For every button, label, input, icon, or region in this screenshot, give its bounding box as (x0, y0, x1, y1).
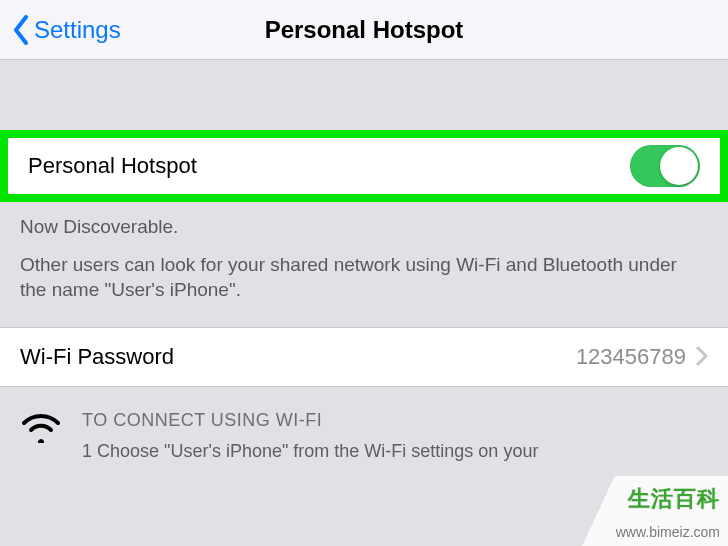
toggle-knob (660, 147, 698, 185)
watermark: 生活百科 www.bimeiz.com (558, 476, 728, 546)
back-button[interactable]: Settings (0, 15, 121, 45)
discoverable-line1: Now Discoverable. (0, 202, 728, 240)
watermark-brand: 生活百科 (628, 484, 720, 514)
wifi-icon (20, 411, 62, 447)
highlight-box: Personal Hotspot (0, 130, 728, 202)
hotspot-label: Personal Hotspot (28, 153, 630, 179)
chevron-left-icon (12, 15, 30, 45)
hotspot-toggle-row[interactable]: Personal Hotspot (8, 138, 720, 194)
connect-instructions: TO CONNECT USING WI-FI 1 Choose "User's … (0, 387, 728, 465)
hotspot-toggle[interactable] (630, 145, 700, 187)
instructions-header: TO CONNECT USING WI-FI (82, 407, 708, 434)
discoverable-line2: Other users can look for your shared net… (0, 240, 728, 303)
back-label: Settings (34, 16, 121, 44)
wifi-password-row[interactable]: Wi-Fi Password 123456789 (0, 327, 728, 387)
watermark-url: www.bimeiz.com (616, 524, 720, 540)
wifi-password-value: 123456789 (576, 344, 686, 370)
navbar: Settings Personal Hotspot (0, 0, 728, 60)
chevron-right-icon (696, 344, 708, 370)
discoverable-footer: Now Discoverable. Other users can look f… (0, 202, 728, 327)
instructions-step-1: 1 Choose "User's iPhone" from the Wi-Fi … (82, 438, 708, 465)
wifi-password-label: Wi-Fi Password (20, 344, 576, 370)
